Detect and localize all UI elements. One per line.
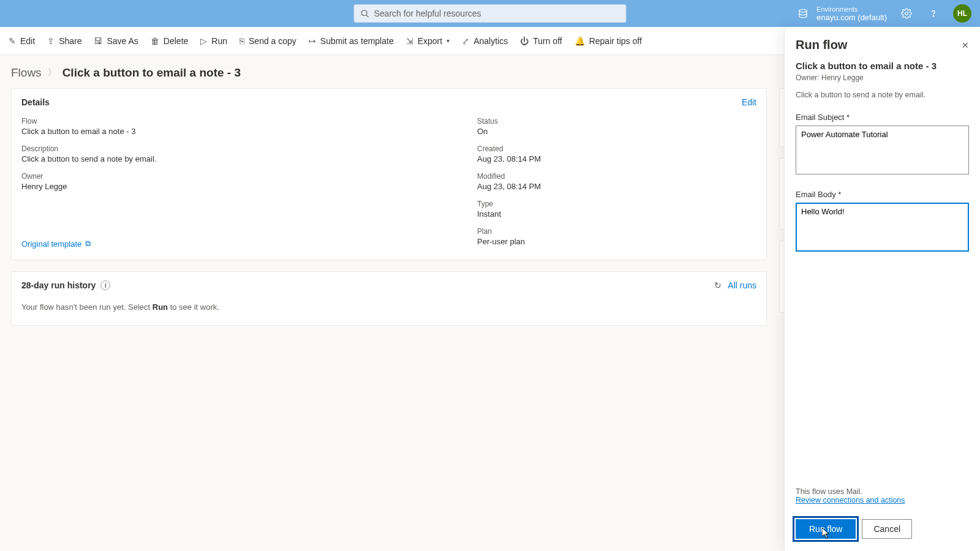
subject-label: Email Subject * xyxy=(796,113,969,122)
email-subject-input[interactable]: Power Automate Tutorial xyxy=(796,126,969,174)
svg-point-2 xyxy=(799,9,807,12)
export-icon: ⇲ xyxy=(406,36,413,46)
environment-picker[interactable]: Environments enayu.com (default) xyxy=(796,6,887,22)
review-connections-link[interactable]: Review connections and actions xyxy=(796,496,969,504)
body-label: Email Body * xyxy=(796,190,969,199)
bell-icon: 🔔 xyxy=(575,36,585,46)
all-runs-link[interactable]: ↻ All runs xyxy=(714,280,756,290)
flow-label: Flow xyxy=(21,117,477,126)
flow-value: Click a button to email a note - 3 xyxy=(21,127,477,136)
chevron-down-icon: ▾ xyxy=(447,37,450,44)
send-copy-button[interactable]: ⎘Send a copy xyxy=(239,36,296,46)
export-button[interactable]: ⇲Export▾ xyxy=(406,36,450,46)
breadcrumb-root[interactable]: Flows xyxy=(11,66,42,80)
details-card: Details Edit FlowClick a button to email… xyxy=(11,88,767,260)
header-right: Environments enayu.com (default) HL xyxy=(796,4,971,23)
analytics-icon: ⤤ xyxy=(462,36,469,46)
history-title: 28-day run history xyxy=(21,280,96,290)
description-value: Click a button to send a note by email. xyxy=(21,154,477,163)
search-placeholder: Search for helpful resources xyxy=(374,9,481,18)
avatar[interactable]: HL xyxy=(953,4,971,23)
created-value: Aug 23, 08:14 PM xyxy=(477,154,756,163)
app-header: Search for helpful resources Environment… xyxy=(0,0,980,27)
svg-point-4 xyxy=(933,16,933,17)
cancel-button[interactable]: Cancel xyxy=(862,519,912,539)
panel-title: Run flow xyxy=(796,38,847,52)
plan-label: Plan xyxy=(477,227,756,236)
share-icon: ⇪ xyxy=(47,36,55,46)
original-template-link[interactable]: Original template⧉ xyxy=(21,239,477,249)
help-icon[interactable] xyxy=(926,6,941,21)
panel-uses-note: This flow uses Mail. xyxy=(796,487,969,496)
owner-value: Henry Legge xyxy=(21,182,477,191)
analytics-button[interactable]: ⤤Analytics xyxy=(462,36,508,46)
email-body-input[interactable]: Hello World! xyxy=(796,203,969,252)
run-flow-panel: Run flow ✕ Click a button to email a not… xyxy=(784,27,980,551)
refresh-icon: ↻ xyxy=(714,280,722,290)
owner-label: Owner xyxy=(21,172,477,181)
share-button[interactable]: ⇪Share xyxy=(47,36,81,46)
history-empty-message: Your flow hasn't been run yet. Select Ru… xyxy=(12,299,766,325)
info-icon[interactable]: i xyxy=(100,280,110,290)
breadcrumb-current: Click a button to email a note - 3 xyxy=(62,66,241,80)
power-icon: ⏻ xyxy=(520,36,529,46)
search-wrapper: Search for helpful resources xyxy=(354,4,627,23)
panel-description: Click a button to send a note by email. xyxy=(796,91,969,99)
modified-value: Aug 23, 08:14 PM xyxy=(477,182,756,191)
svg-line-1 xyxy=(366,15,369,18)
details-edit-link[interactable]: Edit xyxy=(742,97,756,107)
environment-label: Environments xyxy=(816,6,887,13)
settings-icon[interactable] xyxy=(899,6,914,21)
chevron-right-icon: 〉 xyxy=(48,67,56,78)
edit-icon: ✎ xyxy=(9,36,16,46)
status-label: Status xyxy=(477,117,756,126)
run-button[interactable]: ▷Run xyxy=(200,36,227,46)
status-value: On xyxy=(477,127,756,136)
play-icon: ▷ xyxy=(200,36,207,46)
panel-flow-name: Click a button to email a note - 3 xyxy=(796,61,969,71)
save-icon: 🖫 xyxy=(94,36,102,46)
plan-value: Per-user plan xyxy=(477,237,756,246)
submit-template-button[interactable]: ↦Submit as template xyxy=(309,36,394,46)
edit-button[interactable]: ✎Edit xyxy=(9,36,35,46)
modified-label: Modified xyxy=(477,172,756,181)
svg-point-3 xyxy=(905,12,908,15)
delete-button[interactable]: 🗑Delete xyxy=(151,36,188,46)
type-label: Type xyxy=(477,200,756,208)
details-title: Details xyxy=(21,97,50,107)
type-value: Instant xyxy=(477,209,756,219)
copy-icon: ⎘ xyxy=(239,36,244,46)
search-icon xyxy=(361,9,369,18)
panel-owner: Owner: Henry Legge xyxy=(796,73,969,82)
description-label: Description xyxy=(21,144,477,153)
environment-name: enayu.com (default) xyxy=(816,13,887,22)
turn-off-button[interactable]: ⏻Turn off xyxy=(520,36,562,46)
environment-icon xyxy=(796,6,810,21)
svg-point-0 xyxy=(361,10,367,16)
template-icon: ↦ xyxy=(309,36,316,46)
delete-icon: 🗑 xyxy=(151,36,159,46)
search-input[interactable]: Search for helpful resources xyxy=(354,4,627,23)
save-as-button[interactable]: 🖫Save As xyxy=(94,36,138,46)
created-label: Created xyxy=(477,144,756,153)
repair-tips-button[interactable]: 🔔Repair tips off xyxy=(575,36,642,46)
run-history-card: 28-day run history i ↻ All runs Your flo… xyxy=(11,271,767,326)
avatar-initials: HL xyxy=(957,9,967,18)
close-icon[interactable]: ✕ xyxy=(962,40,969,50)
open-icon: ⧉ xyxy=(85,239,91,249)
run-flow-button[interactable]: Run flow xyxy=(796,519,856,539)
